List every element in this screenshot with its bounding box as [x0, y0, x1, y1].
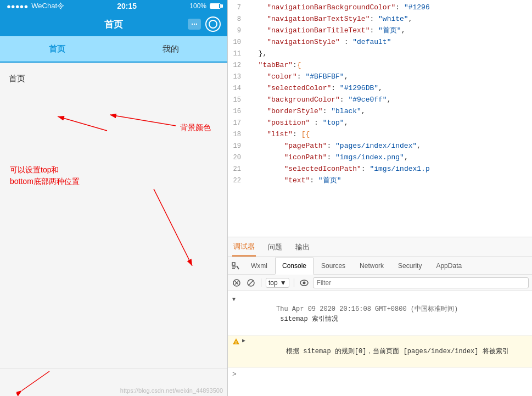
devtools-top-tab-problems[interactable]: 问题 — [267, 237, 283, 256]
line-num-11: 11 — [228, 49, 250, 59]
line-num-21: 21 — [228, 164, 250, 175]
inspect-icon-button[interactable] — [230, 260, 241, 271]
arrows-overlay — [0, 63, 228, 381]
devtools-top-tabs: 调试器 问题 输出 — [228, 237, 532, 257]
code-line-7: 7 "navigationBarBackgroundColor": "#1296 — [228, 2, 532, 14]
line-num-14: 14 — [228, 83, 250, 94]
clear-icon — [233, 279, 240, 287]
eye-icon — [300, 280, 309, 286]
annotation-bgcolor: 背景颜色 — [180, 123, 211, 133]
phone-nav-title: 首页 — [104, 18, 123, 31]
code-line-16: 16 "borderStyle": "black", — [228, 106, 532, 118]
toolbar-separator-2 — [294, 278, 294, 287]
code-line-15: 15 "backgroundColor": "#9ce0ff", — [228, 94, 532, 106]
line-num-18: 18 — [228, 130, 250, 140]
log-entry-1: ▼ Thu Apr 09 2020 20:16:08 GMT+0800 (中国标… — [228, 293, 532, 336]
line-num-19: 19 — [228, 141, 250, 152]
status-left: ●●●●● WeChat令 — [7, 1, 64, 11]
tab-wxml[interactable]: Wxml — [244, 257, 274, 274]
tab-appdata[interactable]: AppData — [429, 257, 468, 274]
log-entry-2: ! ▶ 根据 sitemap 的规则[0]，当前页面 [pages/index/… — [228, 336, 532, 368]
tab-console[interactable]: Console — [275, 258, 313, 275]
devtools-top-tab-output[interactable]: 输出 — [294, 237, 311, 256]
log-text-2: 根据 sitemap 的规则[0]，当前页面 [pages/index/inde… — [247, 337, 528, 366]
annotation-position: 可以设置top和 bottom底部两种位置 — [10, 164, 80, 187]
phone-nav-icons: ··· — [188, 16, 221, 32]
inspect-icon — [231, 261, 240, 270]
devtools-top-tab-debugger[interactable]: 调试器 — [232, 237, 256, 256]
svg-line-3 — [58, 116, 107, 131]
line-num-17: 17 — [228, 118, 250, 129]
line-num-10: 10 — [228, 37, 250, 48]
tab-mine[interactable]: 我的 — [114, 36, 227, 62]
line-num-8: 8 — [228, 14, 250, 25]
log-chevron-2: ▶ — [242, 337, 245, 345]
nav-circle-button[interactable] — [205, 16, 221, 32]
watermark: https://blog.csdn.net/weixin_44893500 — [120, 387, 223, 394]
context-selector[interactable]: top ▼ — [266, 278, 289, 288]
code-line-10: 10 "navigationStyle" : "default" — [228, 37, 532, 48]
code-line-11: 11 }, — [228, 48, 532, 60]
line-num-7: 7 — [228, 3, 250, 13]
line-num-20: 20 — [228, 153, 250, 163]
svg-point-16 — [303, 281, 305, 284]
battery-icon — [210, 3, 221, 9]
code-line-18: 18 "list": [{ — [228, 129, 532, 141]
right-panel: 7 "navigationBarBackgroundColor": "#1296… — [228, 0, 532, 396]
phone-simulator: ●●●●● WeChat令 20:15 100% 首页 ··· 首页 我的 首页… — [0, 0, 228, 396]
code-line-14: 14 "selectedColor": "#1296DB", — [228, 83, 532, 94]
nav-circle-inner — [209, 20, 217, 29]
block-icon — [247, 279, 255, 287]
line-num-9: 9 — [228, 26, 250, 36]
content-home-label: 首页 — [9, 74, 25, 83]
svg-rect-6 — [232, 263, 235, 265]
status-time: 20:15 — [117, 2, 137, 10]
warning-icon: ! — [232, 338, 240, 349]
console-log-area: ▼ Thu Apr 09 2020 20:16:08 GMT+0800 (中国标… — [228, 291, 532, 396]
line-num-13: 13 — [228, 72, 250, 82]
code-line-13: 13 "color": "#BFBFBF", — [228, 71, 532, 83]
phone-nav-bar: 首页 ··· — [0, 12, 227, 36]
phone-content: 首页 背景颜色 可以设置top和 bottom底部两种位置 — [0, 63, 227, 369]
block-icon-button[interactable] — [245, 277, 256, 288]
bottom-arrow-svg — [16, 369, 71, 396]
code-line-17: 17 "position" : "top", — [228, 118, 532, 129]
code-line-9: 9 "navigationBarTitleText": "首页", — [228, 25, 532, 37]
code-line-20: 20 "iconPath": "imgs/index.png", — [228, 152, 532, 164]
code-line-8: 8 "navigationBarTextStyle": "white", — [228, 14, 532, 25]
svg-line-14 — [249, 280, 254, 285]
line-num-16: 16 — [228, 107, 250, 117]
dropdown-arrow: ▼ — [280, 279, 287, 287]
line-num-12: 12 — [228, 60, 250, 71]
svg-line-5 — [22, 371, 49, 391]
tab-network[interactable]: Network — [353, 257, 390, 274]
code-line-21: 21 "selectedIconPath": "imgs/index1.p — [228, 164, 532, 175]
code-line-22: 22 "text": "首页" — [228, 175, 532, 187]
devtools-panel: 调试器 问题 输出 Wxml — [228, 237, 532, 396]
nav-dots-button[interactable]: ··· — [188, 19, 201, 30]
carrier-label: WeChat令 — [31, 1, 64, 11]
console-toolbar: top ▼ — [228, 275, 532, 291]
toolbar-separator — [261, 278, 261, 287]
svg-line-2 — [154, 189, 192, 266]
tab-security[interactable]: Security — [391, 257, 428, 274]
eye-icon-button[interactable] — [299, 277, 310, 288]
code-editor: 7 "navigationBarBackgroundColor": "#1296… — [228, 0, 532, 237]
clear-console-button[interactable] — [231, 277, 242, 288]
code-line-19: 19 "pagePath": "pages/index/index", — [228, 141, 532, 152]
svg-text:!: ! — [235, 340, 238, 345]
line-num-15: 15 — [228, 95, 250, 105]
line-num-22: 22 — [228, 176, 250, 186]
code-line-12: 12 "tabBar":{ — [228, 60, 532, 71]
signal-dots: ●●●●● — [7, 2, 28, 10]
phone-tab-bar: 首页 我的 — [0, 36, 227, 63]
phone-status-bar: ●●●●● WeChat令 20:15 100% — [0, 0, 227, 12]
status-right: 100% — [189, 2, 221, 10]
filter-input[interactable] — [313, 277, 529, 288]
battery-pct: 100% — [189, 2, 206, 10]
tab-home[interactable]: 首页 — [0, 36, 114, 62]
devtools-panel-tabs: Wxml Console Sources Network Security Ap… — [228, 257, 532, 275]
tab-sources[interactable]: Sources — [315, 257, 352, 274]
code-lines: 7 "navigationBarBackgroundColor": "#1296… — [228, 0, 532, 237]
svg-line-9 — [237, 266, 239, 269]
